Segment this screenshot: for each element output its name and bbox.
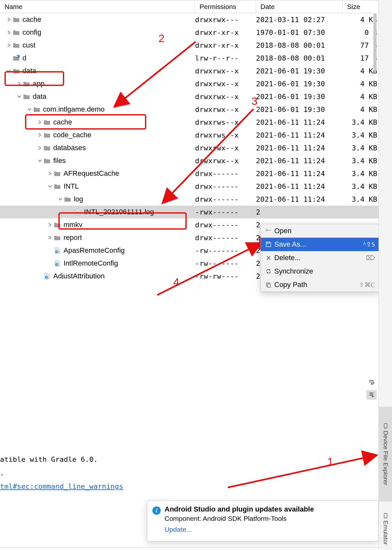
disclosure-icon[interactable] (37, 154, 43, 167)
disclosure-icon (6, 52, 12, 64)
file-icon (74, 206, 82, 218)
disclosure-icon[interactable] (6, 64, 12, 77)
ctx-sync-label: Synchronize (273, 267, 375, 275)
ctx-open[interactable]: Open (261, 224, 379, 238)
folder-open-icon (264, 228, 273, 234)
disclosure-icon[interactable] (6, 13, 12, 26)
folder-icon (22, 90, 31, 103)
svg-rect-9 (268, 284, 270, 287)
file-name: IntlRemoteConfig (63, 259, 118, 267)
ctx-save-as[interactable]: Save As... ^⇧S (261, 238, 379, 251)
file-permissions: drwxrwx--x (195, 106, 256, 114)
disclosure-icon[interactable] (6, 39, 12, 52)
folder-icon (53, 218, 62, 231)
header-date[interactable]: Date (256, 0, 343, 13)
table-row[interactable]: datadrwxrwx--x2021-06-01 19:304 KB (0, 64, 382, 77)
notif-update-link[interactable]: Update... (165, 526, 192, 533)
table-row[interactable]: AFRequestCachedrwx------2021-06-11 11:24… (0, 167, 382, 180)
disclosure-icon (67, 206, 74, 218)
scrollbar-vertical[interactable] (373, 13, 377, 71)
folder-icon (53, 180, 62, 193)
table-header: Name Permissions Date Size (0, 0, 382, 13)
svg-rect-12 (384, 513, 387, 518)
table-row[interactable]: appdrwxrwx--x2021-06-01 19:304 KB (0, 77, 382, 90)
table-row[interactable]: code_cachedrwxrws--x2021-06-11 11:243.4 … (0, 129, 382, 141)
folder-icon (12, 64, 21, 77)
ctx-delete-label: Delete... (273, 254, 366, 262)
table-row[interactable]: filesdrwxrwx--x2021-06-11 11:243.4 KB (0, 154, 382, 167)
console-line-2: . (0, 466, 366, 480)
panel-toolbar (0, 376, 379, 388)
file-icon (53, 257, 62, 270)
disclosure-icon[interactable] (37, 129, 43, 141)
file-permissions: drwx------ (195, 221, 256, 229)
folder-icon (53, 231, 62, 244)
header-size[interactable]: Size (343, 0, 382, 13)
table-row[interactable]: logdrwx------2021-06-11 11:243.4 KB (0, 193, 382, 206)
folder-icon (12, 26, 21, 39)
file-date: 2021-06-11 11:24 (256, 182, 343, 190)
file-date: 2021-06-11 11:24 (256, 195, 343, 203)
file-date: 2021-06-11 11:24 (256, 157, 343, 165)
file-size: 3.4 KB (343, 157, 382, 165)
table-row[interactable]: com.intlgame.demodrwxrwx--x2021-06-01 19… (0, 103, 382, 116)
table-row[interactable]: cachedrwxrwx---2021-03-11 02:274 KB (0, 13, 382, 26)
disclosure-icon[interactable] (47, 231, 53, 244)
file-name: AdjustAttribution (53, 272, 105, 279)
file-date: 2021-06-11 11:24 (256, 144, 343, 152)
disclosure-icon[interactable] (57, 193, 64, 206)
console-line-1: atible with Gradle 6.0. (0, 453, 366, 466)
disclosure-icon[interactable] (16, 77, 22, 90)
disclosure-icon[interactable] (47, 167, 53, 180)
file-permissions: drwx------ (195, 195, 256, 203)
file-name: cust (22, 41, 35, 49)
table-row[interactable]: configdrwxr-xr-x1970-01-01 07:300 B (0, 26, 382, 39)
file-date: 2021-06-01 19:30 (256, 93, 343, 101)
notif-body: Component: Android SDK Platform-Tools (165, 515, 372, 522)
tab-emulator[interactable]: Emulator (379, 508, 392, 550)
file-name: report (63, 233, 82, 242)
ctx-delete-shortcut: ⌦ (366, 254, 375, 262)
header-name[interactable]: Name (0, 0, 195, 13)
file-date: 2018-08-08 00:01 (256, 41, 343, 49)
soft-wrap-icon[interactable] (366, 377, 377, 387)
file-icon (43, 270, 51, 279)
ctx-copy-path[interactable]: Copy Path ⇧⌘C (261, 278, 379, 292)
ctx-save-as-label: Save As... (273, 240, 363, 249)
folder-icon (43, 141, 51, 154)
file-permissions: -rw------- (195, 247, 256, 255)
scroll-to-end-icon[interactable] (366, 390, 377, 400)
disclosure-icon[interactable] (37, 116, 43, 129)
table-row[interactable]: databasesdrwxrwx--x2021-06-11 11:243.4 K… (0, 141, 382, 154)
file-date: 2 (256, 208, 343, 216)
file-name: data (32, 92, 47, 101)
folder-icon (43, 154, 51, 167)
file-name: code_cache (53, 131, 91, 139)
ctx-synchronize[interactable]: Synchronize (261, 265, 379, 278)
file-name: INTL_2021061111.log (83, 208, 154, 216)
console-warning-link[interactable]: tml#sec:command_line_warnings (0, 482, 123, 490)
disclosure-icon[interactable] (47, 218, 53, 231)
file-name: data (22, 67, 36, 75)
table-row[interactable]: datadrwxrwx--x2021-06-01 19:304 KB (0, 90, 382, 103)
header-permissions[interactable]: Permissions (195, 0, 256, 13)
ctx-delete[interactable]: Delete... ⌦ (261, 251, 379, 265)
tab-device-file-explorer[interactable]: Device File Explorer (379, 407, 392, 502)
disclosure-icon[interactable] (16, 90, 22, 103)
tab-emulator-label: Emulator (382, 520, 389, 545)
table-row[interactable]: cachedrwxrws--x2021-06-11 11:243.4 KB (0, 116, 382, 129)
svg-point-11 (385, 427, 386, 428)
table-row[interactable]: INTL_2021061111.log-rwx------2 (0, 206, 382, 218)
file-permissions: drwxrwx--x (195, 80, 256, 88)
disclosure-icon[interactable] (37, 141, 43, 154)
disclosure-icon[interactable] (47, 180, 53, 193)
disclosure-icon[interactable] (6, 26, 12, 39)
file-name: AFRequestCache (63, 169, 119, 178)
file-permissions: drwxrwx--x (195, 157, 256, 165)
table-row[interactable]: INTLdrwx------2021-06-11 11:243.4 KB (0, 180, 382, 193)
disclosure-icon[interactable] (26, 103, 33, 116)
file-name: mmkv (63, 221, 82, 229)
file-permissions: drwxrwx--- (195, 16, 256, 24)
table-row[interactable]: dlrw-r--r--2018-08-08 00:0117 B (0, 52, 382, 64)
table-row[interactable]: custdrwxr-xr-x2018-08-08 00:0177 B (0, 39, 382, 52)
